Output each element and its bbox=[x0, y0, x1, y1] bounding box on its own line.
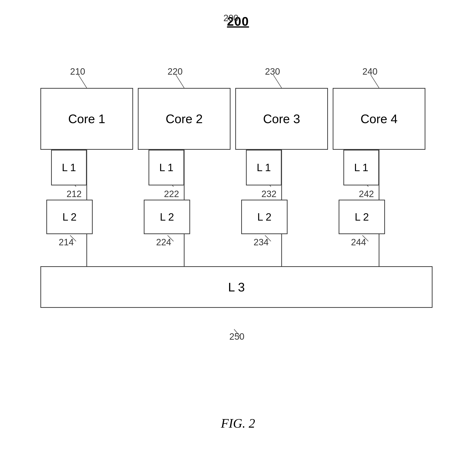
l1-core1-box: L 1 bbox=[51, 150, 87, 185]
l2-core4-box: L 2 bbox=[339, 200, 385, 234]
l1-core3-ref: 232 bbox=[261, 189, 276, 199]
core3-ref: 230 bbox=[265, 67, 280, 77]
l2-core2-ref: 224 bbox=[156, 237, 171, 247]
core2-box: Core 2 bbox=[138, 88, 230, 150]
l3-ref: 250 bbox=[229, 332, 244, 342]
core1-box: Core 1 bbox=[40, 88, 133, 150]
title-label: 200 bbox=[223, 13, 238, 23]
core4-ref: 240 bbox=[362, 67, 377, 77]
l1-core2-box: L 1 bbox=[149, 150, 184, 185]
l2-core1-box: L 2 bbox=[46, 200, 93, 234]
core3-box: Core 3 bbox=[235, 88, 328, 150]
l2-core2-box: L 2 bbox=[144, 200, 190, 234]
fig-caption: FIG. 2 bbox=[221, 416, 255, 431]
l1-core3-box: L 1 bbox=[246, 150, 282, 185]
l2-core3-ref: 234 bbox=[254, 237, 268, 247]
diagram-container: 200 bbox=[0, 0, 476, 464]
l2-core1-ref: 214 bbox=[59, 237, 74, 247]
l1-core4-ref: 242 bbox=[359, 189, 374, 199]
svg-line-12 bbox=[78, 75, 87, 88]
core1-ref: 210 bbox=[70, 67, 85, 77]
l3-box: L 3 bbox=[40, 266, 432, 308]
l1-core4-box: L 1 bbox=[343, 150, 379, 185]
l2-core3-box: L 2 bbox=[241, 200, 287, 234]
core2-ref: 220 bbox=[168, 67, 182, 77]
svg-line-13 bbox=[176, 75, 184, 88]
l1-core1-ref: 212 bbox=[67, 189, 82, 199]
core4-box: Core 4 bbox=[333, 88, 425, 150]
l2-core4-ref: 244 bbox=[351, 237, 366, 247]
svg-line-14 bbox=[273, 75, 282, 88]
svg-line-15 bbox=[371, 75, 379, 88]
l1-core2-ref: 222 bbox=[164, 189, 179, 199]
